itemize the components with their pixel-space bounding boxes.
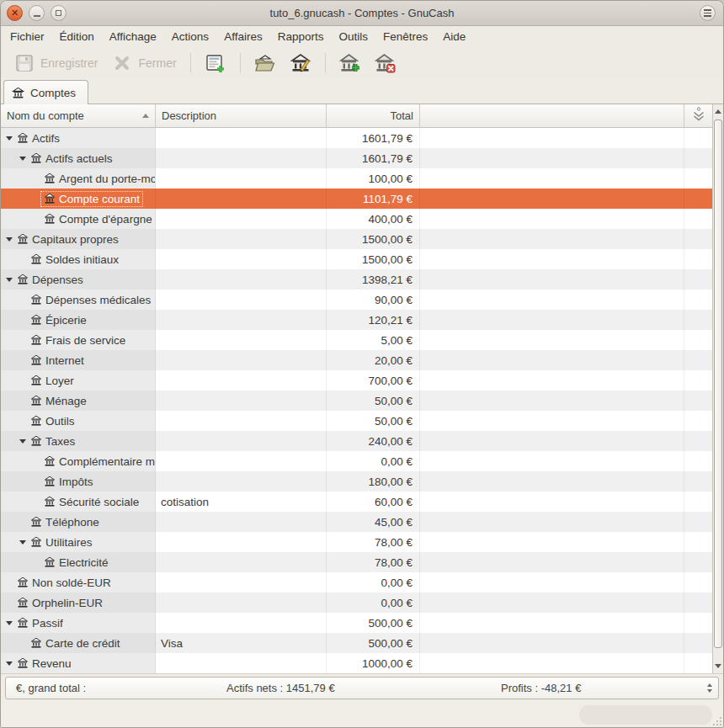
scroll-up-button[interactable] bbox=[713, 104, 723, 119]
new-account-button[interactable] bbox=[333, 49, 367, 77]
account-total: 5,00 € bbox=[327, 330, 420, 350]
table-row[interactable]: Revenu1000,00 € bbox=[1, 653, 712, 673]
edit-account-button[interactable] bbox=[284, 49, 317, 77]
account-description bbox=[156, 552, 327, 572]
tab-comptes[interactable]: Comptes bbox=[3, 80, 88, 104]
account-name: Argent du porte-mo bbox=[59, 173, 155, 185]
account-total: 1601,79 € bbox=[327, 128, 420, 148]
menu-item-fenetres[interactable]: Fenêtres bbox=[375, 29, 435, 45]
account-name: Actifs bbox=[32, 132, 60, 145]
table-row[interactable]: Téléphone45,00 € bbox=[1, 512, 712, 532]
menu-item-fichier[interactable]: Fichier bbox=[3, 29, 52, 45]
account-icon bbox=[30, 435, 42, 447]
table-row[interactable]: Taxes240,00 € bbox=[1, 431, 712, 451]
table-row[interactable]: Ménage50,00 € bbox=[1, 391, 712, 411]
column-header-description[interactable]: Description bbox=[156, 104, 327, 127]
row-filler bbox=[420, 633, 684, 653]
table-row[interactable]: Internet20,00 € bbox=[1, 350, 712, 370]
close-window-button[interactable]: ✕ bbox=[7, 5, 23, 21]
account-name: Téléphone bbox=[45, 516, 99, 529]
table-row[interactable]: Argent du porte-mo100,00 € bbox=[1, 168, 712, 189]
account-name: Utilitaires bbox=[45, 536, 93, 549]
table-row[interactable]: Electricité78,00 € bbox=[1, 552, 712, 572]
table-row[interactable]: Utilitaires78,00 € bbox=[1, 532, 712, 552]
table-row[interactable]: Passif500,00 € bbox=[1, 613, 712, 633]
table-row[interactable]: Dépenses1398,21 € bbox=[1, 269, 712, 290]
scroll-down-button[interactable] bbox=[713, 659, 723, 673]
row-filler bbox=[420, 269, 684, 290]
statusbar bbox=[1, 702, 723, 727]
menu-item-actions[interactable]: Actions bbox=[164, 29, 216, 45]
table-row[interactable]: Soldes initiaux1500,00 € bbox=[1, 249, 712, 269]
vertical-scrollbar[interactable] bbox=[712, 104, 723, 673]
save-button[interactable]: Enregistrer bbox=[8, 49, 104, 77]
edit-account-icon bbox=[290, 52, 311, 74]
new-invoice-button[interactable] bbox=[199, 49, 232, 77]
table-row[interactable]: Compte d'épargne400,00 € bbox=[1, 209, 712, 229]
table-row[interactable]: Frais de service5,00 € bbox=[1, 330, 712, 350]
table-row[interactable]: Actifs1601,79 € bbox=[1, 128, 712, 148]
expander-icon[interactable] bbox=[3, 278, 14, 282]
summary-bar: €, grand total : Actifs nets : 1451,79 €… bbox=[5, 677, 719, 699]
table-row[interactable]: Épicerie120,21 € bbox=[1, 310, 712, 330]
account-description bbox=[156, 148, 327, 168]
maximize-window-button[interactable] bbox=[51, 5, 67, 21]
menu-item-affaires[interactable]: Affaires bbox=[216, 29, 270, 45]
table-row[interactable]: Loyer700,00 € bbox=[1, 370, 712, 391]
account-description bbox=[156, 168, 327, 189]
expander-icon[interactable] bbox=[17, 439, 28, 444]
window-menu-button[interactable] bbox=[700, 5, 716, 21]
table-row[interactable]: Actifs actuels1601,79 € bbox=[1, 148, 712, 168]
table-row[interactable]: Capitaux propres1500,00 € bbox=[1, 229, 712, 249]
summary-spinner[interactable] bbox=[707, 678, 712, 699]
open-account-button[interactable] bbox=[248, 49, 282, 77]
menu-item-outils[interactable]: Outils bbox=[331, 29, 375, 45]
profits-value: Profits : -48,21 € bbox=[501, 678, 581, 699]
expander-icon[interactable] bbox=[3, 662, 14, 666]
account-total: 500,00 € bbox=[327, 613, 420, 633]
account-icon bbox=[44, 173, 56, 184]
table-row[interactable]: Sécurité socialecotisation60,00 € bbox=[1, 492, 712, 512]
menu-item-aide[interactable]: Aide bbox=[435, 29, 473, 45]
expander-icon[interactable] bbox=[3, 136, 14, 141]
account-icon bbox=[17, 657, 29, 669]
table-row[interactable]: Carte de créditVisa500,00 € bbox=[1, 633, 712, 653]
account-total: 1398,21 € bbox=[327, 269, 420, 290]
column-header-total[interactable]: Total bbox=[327, 104, 420, 127]
account-total: 0,00 € bbox=[327, 572, 420, 592]
column-header-description-label: Description bbox=[162, 109, 216, 122]
table-row[interactable]: Complémentaire m0,00 € bbox=[1, 451, 712, 471]
column-header-name[interactable]: Nom du compte bbox=[1, 104, 156, 127]
table-row[interactable]: Compte courant1101,79 € bbox=[1, 189, 712, 209]
row-filler bbox=[420, 572, 684, 592]
column-chooser-button[interactable] bbox=[684, 104, 712, 127]
menu-item-edition[interactable]: Édition bbox=[52, 29, 102, 45]
menu-item-affichage[interactable]: Affichage bbox=[102, 29, 164, 45]
table-row[interactable]: Outils50,00 € bbox=[1, 411, 712, 431]
row-filler bbox=[420, 229, 684, 249]
grand-total-label: €, grand total : bbox=[16, 678, 86, 699]
expander-icon[interactable] bbox=[17, 157, 28, 161]
menu-item-rapports[interactable]: Rapports bbox=[270, 29, 332, 45]
close-tab-button[interactable]: Fermer bbox=[105, 49, 182, 77]
scrollbar-thumb[interactable] bbox=[714, 120, 722, 648]
toolbar: Enregistrer Fermer bbox=[1, 47, 723, 78]
progress-bar bbox=[579, 705, 712, 725]
account-description bbox=[156, 653, 327, 673]
row-filler bbox=[420, 451, 684, 471]
minimize-window-button[interactable] bbox=[29, 5, 45, 21]
resize-grip-icon[interactable] bbox=[713, 717, 721, 725]
table-row[interactable]: Dépenses médicales90,00 € bbox=[1, 290, 712, 310]
account-total: 0,00 € bbox=[327, 451, 420, 471]
delete-account-button[interactable] bbox=[369, 49, 402, 77]
table-row[interactable]: Non soldé-EUR0,00 € bbox=[1, 572, 712, 592]
account-icon bbox=[30, 314, 42, 326]
table-row[interactable]: Impôts180,00 € bbox=[1, 471, 712, 492]
expander-icon[interactable] bbox=[17, 540, 28, 545]
table-row[interactable]: Orphelin-EUR0,00 € bbox=[1, 592, 712, 613]
expander-icon[interactable] bbox=[3, 621, 14, 625]
row-chooser-cell bbox=[684, 572, 712, 592]
account-name: Dépenses médicales bbox=[45, 294, 151, 306]
expander-icon[interactable] bbox=[3, 237, 14, 242]
account-name: Sécurité sociale bbox=[59, 496, 139, 508]
